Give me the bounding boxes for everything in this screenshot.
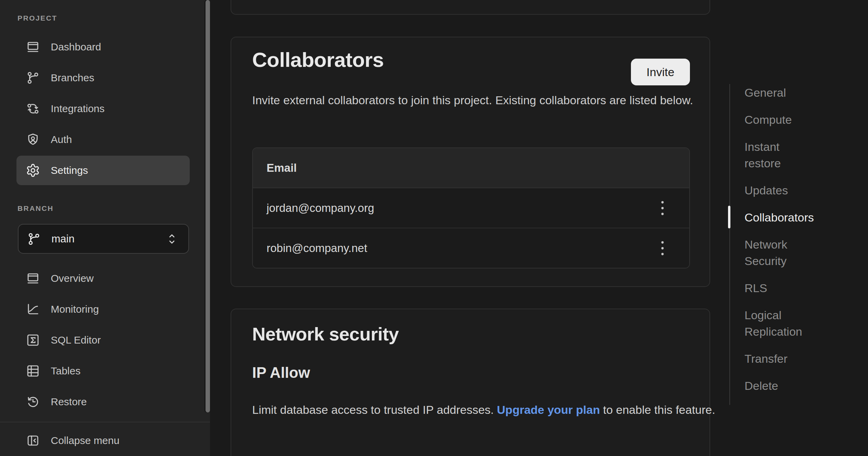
- invite-button[interactable]: Invite: [631, 59, 690, 85]
- sidebar-item-label: Restore: [51, 396, 87, 408]
- sidebar-item-label: Dashboard: [51, 41, 101, 53]
- page-nav-item-delete[interactable]: Delete: [744, 377, 858, 394]
- dashboard-icon: [26, 40, 40, 54]
- collaborators-description: Invite external collaborators to join th…: [252, 92, 726, 109]
- sql-editor-icon: [26, 333, 40, 347]
- network-security-title: Network security: [252, 323, 399, 345]
- branch-selector-value: main: [51, 233, 74, 245]
- collaborators-card: Collaborators Invite Invite external col…: [231, 37, 710, 287]
- sidebar-item-label: SQL Editor: [51, 334, 101, 346]
- sidebar-item-integrations[interactable]: Integrations: [16, 94, 190, 123]
- ip-allow-description: Limit database access to trusted IP addr…: [252, 401, 732, 418]
- collaborator-email: robin@company.net: [267, 242, 367, 255]
- sidebar-item-dashboard[interactable]: Dashboard: [16, 32, 190, 62]
- history-clock-icon: [26, 395, 40, 409]
- chevrons-up-down-icon: [166, 231, 178, 247]
- network-security-card: Network security IP Allow Limit database…: [231, 309, 710, 456]
- description-text: to enable this feature.: [603, 403, 715, 416]
- collaborators-title: Collaborators: [252, 47, 384, 73]
- sidebar-item-restore[interactable]: Restore: [16, 387, 190, 417]
- row-actions-button[interactable]: [654, 236, 671, 260]
- sidebar-footer-divider: [0, 422, 210, 422]
- table-header-row: Email: [253, 148, 689, 188]
- email-column-header: Email: [267, 161, 297, 175]
- page-nav-item-compute[interactable]: Compute: [744, 111, 858, 128]
- panel-collapse-icon: [26, 433, 40, 448]
- ip-allow-subtitle: IP Allow: [252, 363, 310, 382]
- collapse-menu-button[interactable]: Collapse menu: [16, 426, 190, 455]
- sidebar-item-label: Settings: [51, 165, 88, 176]
- page-nav-item-instant-restore[interactable]: Instant restore: [744, 139, 858, 171]
- sidebar-item-label: Auth: [51, 134, 72, 145]
- sidebar-item-branches[interactable]: Branches: [16, 63, 190, 93]
- collaborator-email: jordan@company.org: [267, 202, 374, 215]
- integrations-icon: [26, 101, 40, 116]
- page-nav-rail: [729, 84, 730, 405]
- table-row: jordan@company.org: [253, 188, 689, 228]
- branch-section-label: BRANCH: [17, 204, 54, 213]
- description-text: Limit database access to trusted IP addr…: [252, 403, 494, 416]
- page-section-nav: General Compute Instant restore Updates …: [744, 84, 858, 394]
- table-row: robin@company.net: [253, 228, 689, 268]
- sidebar-item-label: Integrations: [51, 103, 105, 115]
- sidebar-item-tables[interactable]: Tables: [16, 356, 190, 386]
- sidebar-item-auth[interactable]: Auth: [16, 125, 190, 154]
- gear-icon: [26, 163, 40, 178]
- project-section-label: PROJECT: [17, 14, 57, 22]
- previous-card-partial: [231, 0, 710, 15]
- shield-user-icon: [26, 132, 40, 147]
- neon-console-page: PROJECT Dashboard Branches: [0, 0, 868, 456]
- sidebar-item-label: Overview: [51, 273, 94, 284]
- sidebar-item-monitoring[interactable]: Monitoring: [16, 295, 190, 324]
- page-nav-active-indicator: [728, 206, 730, 228]
- kebab-menu-icon: [656, 197, 669, 219]
- collaborators-table: Email jordan@company.org robin@company.n…: [252, 147, 690, 268]
- sidebar-item-sql-editor[interactable]: SQL Editor: [16, 325, 190, 355]
- sidebar-item-label: Tables: [51, 365, 81, 377]
- upgrade-plan-link[interactable]: Upgrade your plan: [497, 403, 600, 416]
- page-nav-item-logical-replication[interactable]: Logical Replication: [744, 307, 858, 340]
- page-nav-item-updates[interactable]: Updates: [744, 182, 858, 199]
- sidebar-scrollbar-thumb[interactable]: [206, 0, 210, 412]
- sidebar-item-label: Branches: [51, 72, 94, 84]
- chart-icon: [26, 302, 40, 316]
- sidebar-item-label: Monitoring: [51, 303, 99, 315]
- page-nav-item-network-security[interactable]: Network Security: [744, 236, 858, 269]
- git-branch-icon: [27, 232, 41, 246]
- page-nav-item-rls[interactable]: RLS: [744, 280, 858, 296]
- sidebar-item-overview[interactable]: Overview: [16, 264, 190, 293]
- page-nav-item-collaborators[interactable]: Collaborators: [744, 209, 858, 226]
- git-branch-icon: [26, 71, 40, 85]
- sidebar-item-settings[interactable]: Settings: [16, 156, 190, 185]
- branch-selector[interactable]: main: [18, 224, 189, 254]
- kebab-menu-icon: [656, 238, 669, 259]
- table-icon: [26, 364, 40, 378]
- collapse-menu-label: Collapse menu: [51, 435, 119, 446]
- row-actions-button[interactable]: [654, 196, 671, 220]
- sidebar: PROJECT Dashboard Branches: [0, 0, 210, 456]
- overview-icon: [26, 271, 40, 286]
- page-nav-item-general[interactable]: General: [744, 84, 858, 101]
- page-nav-item-transfer[interactable]: Transfer: [744, 350, 858, 367]
